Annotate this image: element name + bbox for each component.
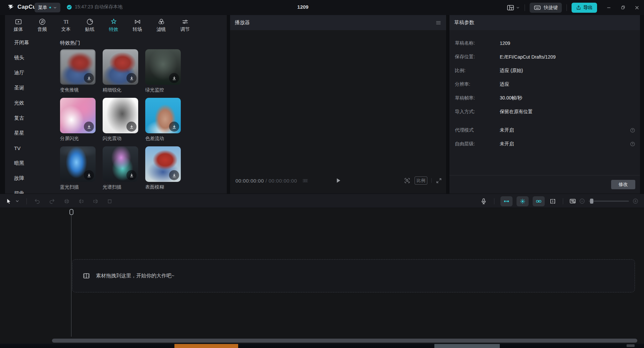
tab-贴纸[interactable]: 贴纸 [78, 15, 102, 35]
download-icon[interactable] [169, 122, 179, 132]
effect-thumbnail[interactable] [145, 98, 181, 133]
effect-card[interactable]: 分屏闪光 [60, 98, 96, 142]
help-icon[interactable] [630, 141, 635, 147]
split-button[interactable] [63, 198, 70, 205]
download-icon[interactable] [84, 122, 94, 132]
effect-category-list: 开闭幕镜头迪厅圣诞光效复古星星TV暗黑故障扭曲 [5, 35, 55, 194]
draft-row-value: 30.00帧/秒 [500, 95, 522, 101]
ratio-button[interactable]: 比例 [415, 177, 427, 185]
timeline-zoom-slider[interactable] [589, 201, 629, 202]
player-menu-icon[interactable] [435, 20, 441, 26]
effect-thumbnail[interactable] [60, 49, 96, 85]
timeline-area[interactable]: 素材拖拽到这里，开始你的大作吧~ [0, 208, 644, 344]
category-item[interactable]: 扭曲 [5, 186, 55, 194]
category-item[interactable]: 圣诞 [5, 80, 55, 95]
adjust-icon [181, 18, 189, 25]
zoom-slider-handle[interactable] [590, 199, 593, 204]
export-button[interactable]: 导出 [572, 3, 597, 13]
draft-row-label: 草稿帧率: [455, 95, 500, 101]
divider [563, 198, 563, 204]
category-item[interactable]: 星星 [5, 126, 55, 141]
tab-音频[interactable]: 音频 [30, 15, 54, 35]
download-icon[interactable] [84, 73, 94, 83]
tab-label: 调节 [180, 26, 190, 32]
effects-grid: 变焦推镜精细锐化绿光监控分屏闪光闪光震动色差流动蓝光扫描光谱扫描表面模糊 [60, 49, 227, 190]
zoom-in-button[interactable] [632, 198, 639, 204]
playhead-handle[interactable] [69, 209, 73, 215]
effect-card[interactable]: 精细锐化 [103, 49, 138, 93]
play-button[interactable] [334, 177, 342, 184]
tool-dropdown-chevron-icon[interactable] [15, 199, 19, 203]
close-button[interactable] [630, 0, 644, 15]
tab-媒体[interactable]: 媒体 [6, 15, 30, 35]
layout-switch-button[interactable] [506, 4, 520, 12]
scan-preview-button[interactable] [404, 177, 411, 184]
category-item[interactable]: 镜头 [5, 50, 55, 65]
download-icon[interactable] [126, 122, 137, 132]
main-track-magnet-button[interactable] [500, 196, 513, 206]
effect-card[interactable]: 表面模糊 [145, 146, 181, 190]
download-icon[interactable] [126, 73, 137, 83]
download-icon[interactable] [126, 170, 137, 180]
tab-文本[interactable]: TI文本 [54, 15, 78, 35]
tab-特效[interactable]: 特效 [102, 15, 125, 35]
category-item[interactable]: 暗黑 [5, 156, 55, 171]
effect-card[interactable]: 闪光震动 [103, 98, 138, 142]
modify-button[interactable]: 修改 [611, 180, 635, 189]
category-item[interactable]: 光效 [5, 95, 55, 111]
effect-card[interactable]: 变焦推镜 [60, 49, 96, 93]
download-icon[interactable] [84, 170, 94, 180]
effect-thumbnail[interactable] [145, 146, 181, 182]
redo-button[interactable] [49, 198, 55, 205]
player-title: 播放器 [235, 19, 250, 26]
transition-icon [134, 18, 141, 25]
tab-滤镜[interactable]: 滤镜 [149, 15, 173, 35]
tab-调节[interactable]: 调节 [173, 15, 197, 35]
fit-timeline-button[interactable] [569, 198, 576, 205]
download-icon[interactable] [169, 170, 179, 180]
minimize-button[interactable] [602, 0, 616, 15]
category-item[interactable]: 开闭幕 [5, 35, 55, 50]
select-cursor-icon[interactable] [5, 198, 12, 205]
help-icon[interactable] [630, 128, 635, 133]
draft-row-label: 导入方式: [455, 109, 500, 115]
media-drop-zone[interactable]: 素材拖拽到这里，开始你的大作吧~ [72, 259, 635, 292]
category-item[interactable]: 故障 [5, 171, 55, 186]
effect-thumbnail[interactable] [60, 98, 96, 133]
divider [431, 178, 432, 183]
effect-thumbnail[interactable] [145, 49, 181, 85]
zoom-out-button[interactable] [579, 198, 585, 204]
linkage-button[interactable] [533, 196, 545, 206]
record-audio-button[interactable] [480, 198, 487, 205]
preview-axis-button[interactable] [549, 198, 556, 205]
trim-left-button[interactable] [78, 198, 85, 205]
horizontal-scrollbar[interactable] [52, 339, 637, 343]
category-item[interactable]: TV [5, 141, 55, 156]
draft-row-value: 保留在原有位置 [500, 109, 533, 115]
draft-row: 导入方式:保留在原有位置 [449, 105, 640, 119]
restore-button[interactable] [616, 0, 630, 15]
effect-thumbnail[interactable] [103, 146, 138, 182]
effect-card[interactable]: 光谱扫描 [103, 146, 138, 190]
undo-button[interactable] [34, 198, 41, 205]
shortcuts-button[interactable]: 快捷键 [530, 3, 562, 13]
fullscreen-button[interactable] [436, 178, 442, 184]
effect-card[interactable]: 蓝光扫描 [60, 146, 96, 190]
taskbar-edge [0, 344, 644, 348]
draft-params-title: 草稿参数 [454, 19, 474, 26]
download-icon[interactable] [169, 73, 179, 83]
draft-row-label: 代理模式 [455, 127, 500, 133]
delete-clip-button[interactable] [107, 198, 113, 204]
auto-snap-button[interactable] [517, 196, 529, 206]
effect-name: 蓝光扫描 [60, 184, 96, 190]
category-item[interactable]: 迪厅 [5, 65, 55, 80]
current-time: 00:00:00:00 [235, 178, 264, 184]
category-item[interactable]: 复古 [5, 111, 55, 126]
effect-thumbnail[interactable] [103, 98, 138, 133]
effect-card[interactable]: 色差流动 [145, 98, 181, 142]
effect-thumbnail[interactable] [60, 146, 96, 182]
tab-转场[interactable]: 转场 [125, 15, 149, 35]
effect-card[interactable]: 绿光监控 [145, 49, 181, 93]
trim-right-button[interactable] [92, 198, 99, 205]
effect-thumbnail[interactable] [103, 49, 138, 85]
